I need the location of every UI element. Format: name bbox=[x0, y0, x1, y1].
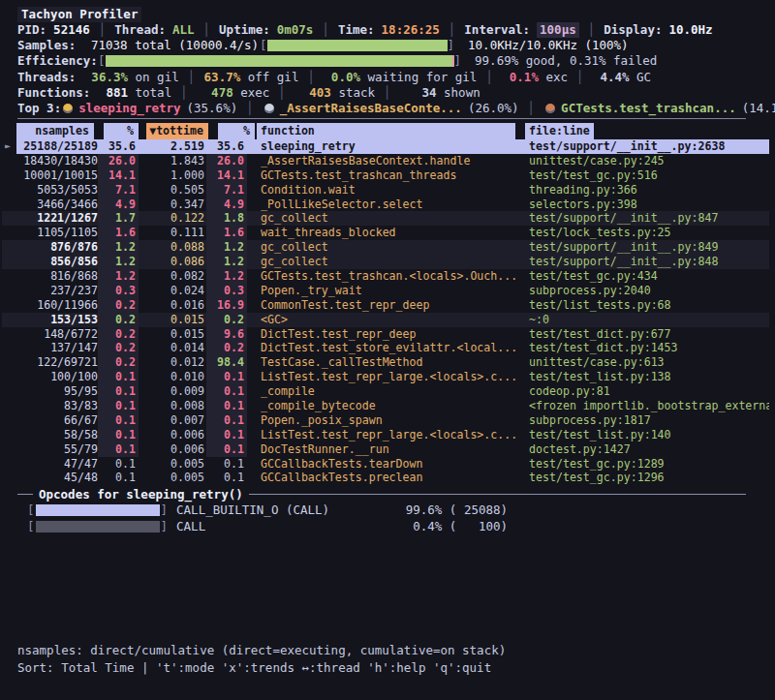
table-row[interactable]: 45/480.10.0050.1GCCallbackTests.preclean… bbox=[2, 471, 769, 485]
top3-entry[interactable]: _AssertRaisesBaseConte...(26.0%) bbox=[263, 101, 519, 116]
table-row[interactable]: 148/67720.20.0159.6DictTest.test_repr_de… bbox=[2, 327, 769, 342]
file-line-cell: test/test_gc.py:516 bbox=[529, 168, 769, 183]
stat-value: 63.7% bbox=[203, 70, 240, 85]
stat-label: Display: bbox=[604, 22, 662, 38]
table-row[interactable]: 47/470.10.0050.1GCCallbackTests.tearDown… bbox=[2, 457, 769, 472]
nsamples-cell: 153/153 bbox=[16, 313, 98, 327]
cell-gap bbox=[517, 442, 529, 457]
pct-cumulative-cell: 0.1 bbox=[206, 384, 247, 399]
separator-icon: │ bbox=[298, 70, 324, 85]
function-cell: _compile_bytecode bbox=[261, 399, 517, 413]
stat-thread: Thread:ALL bbox=[114, 22, 194, 38]
stat-interval: Interval:100μs bbox=[464, 22, 578, 38]
cell-gap bbox=[517, 284, 529, 298]
column-header-file-line[interactable]: file:line bbox=[525, 123, 594, 139]
table-row[interactable]: 66/670.10.0070.1Popen._posix_spawnsubpro… bbox=[2, 413, 769, 428]
file-line-cell: codeop.py:81 bbox=[529, 384, 769, 399]
column-header-tottime-sorted[interactable]: ▼tottime bbox=[146, 123, 208, 139]
column-header-function[interactable]: function bbox=[257, 123, 515, 139]
file-line-cell: unittest/case.py:245 bbox=[529, 154, 769, 168]
pct-direct-cell: 0.3 bbox=[98, 284, 139, 298]
table-row[interactable]: ►25188/2518935.62.51935.6sleeping_retryt… bbox=[2, 139, 769, 154]
nsamples-cell: 100/100 bbox=[16, 370, 98, 384]
table-row[interactable]: 100/1000.10.0100.1ListTest.test_repr_lar… bbox=[2, 370, 769, 384]
opcode-percent: 0.4% ( 100) bbox=[399, 519, 508, 533]
table-row[interactable]: 1221/12671.70.1221.8gc_collecttest/suppo… bbox=[2, 211, 769, 226]
table-row[interactable]: 816/8681.20.0821.2GCTests.test_trashcan.… bbox=[2, 269, 769, 284]
pct-cumulative-cell: 0.1 bbox=[206, 471, 247, 485]
stat-label: Time: bbox=[338, 22, 375, 38]
tottime-cell: 0.082 bbox=[139, 269, 206, 284]
cell-gap bbox=[247, 355, 261, 370]
samples-line: Samples: 71038 total (10000.4/s) [ ] 10.… bbox=[17, 38, 765, 53]
stat-text: stack bbox=[331, 85, 375, 101]
table-row[interactable]: 18430/1843026.01.84326.0_AssertRaisesBas… bbox=[2, 154, 769, 168]
stat-text: on gil bbox=[128, 70, 179, 85]
column-header-pct-direct[interactable]: % bbox=[104, 123, 139, 139]
table-row[interactable]: 5053/50537.10.5057.1Condition.waitthread… bbox=[2, 183, 769, 198]
pct-direct-cell: 1.2 bbox=[98, 269, 139, 284]
table-row[interactable]: 876/8761.20.0881.2gc_collecttest/support… bbox=[2, 240, 769, 255]
stat-value: 0m07s bbox=[277, 22, 314, 38]
stat-value: 0.1% bbox=[502, 70, 539, 85]
opcode-bar-close-bracket: ] bbox=[161, 502, 169, 517]
row-selection-arrow bbox=[2, 327, 16, 342]
column-header-nsamples[interactable]: nsamples bbox=[16, 123, 94, 139]
table-row[interactable]: 237/2370.30.0240.3Popen._try_waitsubproc… bbox=[2, 284, 769, 298]
opcode-row: []CALL0.4% ( 100) bbox=[17, 518, 765, 534]
column-header-pct-cumulative[interactable]: % bbox=[218, 123, 255, 139]
file-line-cell: selectors.py:398 bbox=[529, 198, 769, 212]
stat-item: 478 exec bbox=[197, 85, 270, 101]
table-row[interactable]: 122/697210.20.01298.4TestCase._callTestM… bbox=[2, 355, 769, 370]
tottime-cell: 0.006 bbox=[139, 442, 206, 457]
nsamples-cell: 10001/10015 bbox=[16, 168, 98, 183]
table-row[interactable]: 10001/1001514.11.00014.1GCTests.test_tra… bbox=[2, 168, 769, 183]
cell-gap bbox=[247, 457, 261, 472]
table-row[interactable]: 83/830.10.0080.1_compile_bytecode<frozen… bbox=[2, 399, 769, 413]
table-row[interactable]: 55/790.10.0060.1DocTestRunner.__rundocte… bbox=[2, 442, 769, 457]
table-row[interactable]: 3466/34664.90.3474.9_PollLikeSelector.se… bbox=[2, 198, 769, 212]
table-row[interactable]: 137/1470.20.0140.2DictTest.test_store_ev… bbox=[2, 341, 769, 355]
pct-cumulative-cell: 1.2 bbox=[206, 255, 247, 269]
stat-text: off gil bbox=[240, 70, 298, 85]
cell-gap bbox=[247, 211, 261, 226]
pct-direct-cell: 4.9 bbox=[98, 198, 139, 212]
nsamples-cell: 137/147 bbox=[16, 341, 98, 355]
separator-icon: │ bbox=[90, 22, 115, 38]
opcode-share-bar bbox=[36, 521, 160, 533]
pct-direct-cell: 14.1 bbox=[98, 168, 139, 183]
stat-item: 0.1% exc bbox=[502, 70, 568, 85]
row-selection-arrow bbox=[2, 428, 16, 442]
table-row[interactable]: 95/950.10.0090.1_compilecodeop.py:81 bbox=[2, 384, 769, 399]
nsamples-cell: 1221/1267 bbox=[16, 211, 98, 226]
pct-direct-cell: 0.2 bbox=[98, 341, 139, 355]
stat-uptime: Uptime:0m07s bbox=[219, 22, 313, 38]
table-row[interactable]: 160/119660.20.01616.9CommonTest.test_rep… bbox=[2, 298, 769, 313]
efficiency-summary: 99.69% good, 0.31% failed bbox=[475, 53, 657, 69]
tottime-cell: 0.008 bbox=[139, 399, 206, 413]
pct-cumulative-cell: 1.8 bbox=[206, 211, 247, 226]
function-cell: DictTest.test_repr_deep bbox=[261, 327, 517, 342]
top3-entry[interactable]: GCTests.test_trashcan...(14.1%) bbox=[543, 101, 775, 116]
table-row[interactable]: 58/580.10.0060.1ListTest.test_repr_large… bbox=[2, 428, 769, 442]
cell-gap bbox=[247, 168, 261, 183]
cell-gap bbox=[517, 154, 529, 168]
separator-icon: │ bbox=[269, 85, 294, 101]
function-cell: DocTestRunner.__run bbox=[261, 442, 517, 457]
opcode-bar-open-bracket: [ bbox=[27, 519, 35, 533]
tottime-cell: 0.014 bbox=[139, 341, 206, 355]
table-row[interactable]: 1105/11051.60.1111.6wait_threads_blocked… bbox=[2, 226, 769, 240]
table-row[interactable]: 856/8561.20.0861.2gc_collecttest/support… bbox=[2, 255, 769, 269]
stat-display: Display:10.0Hz bbox=[604, 22, 712, 38]
table-row[interactable]: 153/1530.20.0150.2<GC>~:0 bbox=[2, 313, 769, 327]
efficiency-bar-fail-fill bbox=[452, 55, 453, 67]
samples-bar-close-bracket: ] bbox=[448, 38, 455, 53]
tottime-cell: 0.347 bbox=[139, 198, 206, 212]
pct-direct-cell: 1.2 bbox=[98, 255, 139, 269]
stat-item: 34 shown bbox=[400, 85, 480, 101]
app-title: Tachyon Profiler bbox=[17, 7, 141, 22]
top3-line: Top 3: sleeping_retry(35.6%)│_AssertRais… bbox=[17, 101, 765, 116]
stat-label: Uptime: bbox=[219, 22, 270, 38]
top3-entry[interactable]: sleeping_retry(35.6%) bbox=[61, 101, 237, 116]
silver-medal-icon bbox=[264, 104, 274, 113]
